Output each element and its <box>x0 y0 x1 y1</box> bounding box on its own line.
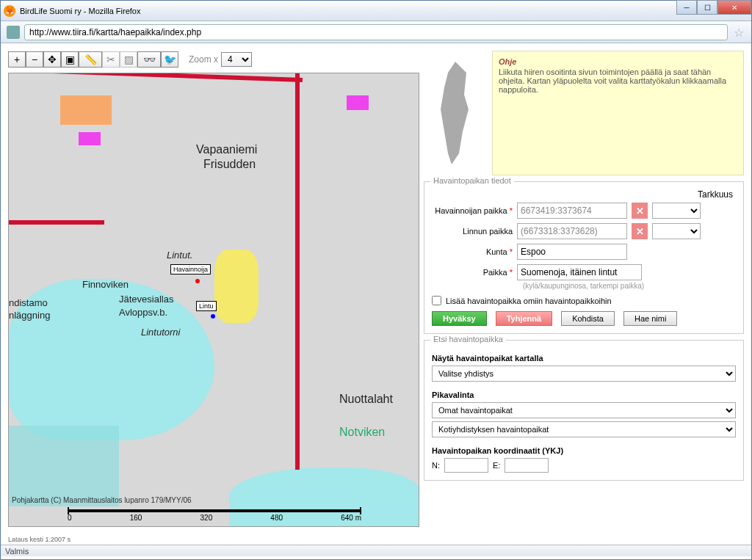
tool-a-button[interactable]: ✂ <box>102 51 120 68</box>
help-title: Ohje <box>499 57 737 66</box>
site-icon <box>7 26 20 39</box>
paikka-hint: (kylä/kaupunginosa, tarkempi paikka) <box>523 282 736 290</box>
home-places-select[interactable]: Kotiyhdistyksen havaintopaikat <box>432 421 736 437</box>
map-label: ndistamo <box>9 297 48 308</box>
map[interactable]: Vapaaniemi Frisudden Lintut. Finnoviken … <box>8 73 419 527</box>
observer-coord-input[interactable] <box>517 203 627 219</box>
bird-label: Linnun paikka <box>432 227 513 236</box>
own-places-select[interactable]: Omat havaintopaikat <box>432 402 736 418</box>
quick-label: Pikavalinta <box>432 390 736 399</box>
map-label: Vapaaniemi <box>196 143 257 156</box>
statusbar: Valmis <box>1 545 751 556</box>
window-title: BirdLife Suomi ry - Mozilla Firefox <box>20 7 140 15</box>
app-window: 🦊 BirdLife Suomi ry - Mozilla Firefox ─ … <box>0 0 752 560</box>
clear-bird-button[interactable]: ✕ <box>632 223 648 239</box>
bird-button[interactable]: 🐦 <box>161 51 178 68</box>
overview-map[interactable] <box>424 51 486 175</box>
e-input[interactable] <box>505 458 549 473</box>
zoom-select[interactable]: 4 <box>221 52 252 67</box>
precision-header: Tarkkuus <box>432 189 736 200</box>
e-label: E: <box>493 461 500 470</box>
map-label: Avloppsv.b. <box>119 307 167 318</box>
map-label: nläggning <box>9 310 50 321</box>
bookmark-icon[interactable]: ☆ <box>732 26 745 39</box>
paikka-label: Paikka * <box>432 268 513 277</box>
measure-button[interactable]: 📏 <box>79 51 102 68</box>
legend: Havaintopaikan tiedot <box>430 176 514 185</box>
map-label: Nuottalaht <box>339 393 393 406</box>
select-button[interactable]: ▣ <box>61 51 79 68</box>
right-column: Ohje Liikuta hiiren osoitinta sivun toim… <box>424 51 744 527</box>
legend: Etsi havaintopaikka <box>430 335 506 343</box>
zoom-out-button[interactable]: − <box>26 51 43 68</box>
zoom-label: Zoom x <box>189 54 218 65</box>
binoculars-button[interactable]: 👓 <box>137 51 161 68</box>
map-label: Notviken <box>339 426 385 439</box>
zoom-in-button[interactable]: + <box>8 51 26 68</box>
firefox-icon: 🦊 <box>4 5 15 17</box>
help-box: Ohje Liikuta hiiren osoitinta sivun toim… <box>492 51 744 175</box>
paikka-input[interactable] <box>517 264 642 280</box>
kunta-label: Kunta * <box>432 247 513 256</box>
observer-dot <box>195 279 200 283</box>
fetchname-button[interactable]: Hae nimi <box>623 311 677 326</box>
map-toolbar: + − ✥ ▣ 📏 ✂ ▨ 👓 🐦 Zoom x 4 <box>8 51 419 68</box>
n-label: N: <box>432 461 440 470</box>
addressbar: ☆ <box>1 21 751 43</box>
search-fieldset: Etsi havaintopaikka Näytä havaintopaikat… <box>424 340 744 481</box>
load-time: Lataus kesti 1.2007 s <box>1 534 751 545</box>
map-label: Lintutorni <box>141 327 180 338</box>
kunta-input[interactable] <box>517 244 627 260</box>
content: + − ✥ ▣ 📏 ✂ ▨ 👓 🐦 Zoom x 4 <box>1 43 751 534</box>
clear-observer-button[interactable]: ✕ <box>632 203 648 219</box>
titlebar: 🦊 BirdLife Suomi ry - Mozilla Firefox ─ … <box>1 1 751 21</box>
status-text: Valmis <box>5 547 29 556</box>
coord-label: Havaintopaikan koordinaatit (YKJ) <box>432 446 736 455</box>
bird-coord-input[interactable] <box>517 223 627 239</box>
close-button[interactable]: ✕ <box>717 0 751 15</box>
map-label: Jätevesiallas <box>119 294 173 305</box>
accept-button[interactable]: Hyväksy <box>432 311 487 326</box>
observer-marker[interactable]: Havainnoija <box>170 264 211 274</box>
window-controls: ─ ☐ ✕ <box>676 1 751 15</box>
minimize-button[interactable]: ─ <box>676 0 697 15</box>
scale-bar: 0 160 320 480 640 m <box>68 509 361 522</box>
checkbox-label: Lisää havaintopaikka omiin havaintopaikk… <box>446 297 612 305</box>
focus-button[interactable]: Kohdista <box>561 311 615 326</box>
left-column: + − ✥ ▣ 📏 ✂ ▨ 👓 🐦 Zoom x 4 <box>8 51 419 527</box>
tool-b-button[interactable]: ▨ <box>120 51 137 68</box>
association-select[interactable]: Valitse yhdistys <box>432 366 736 382</box>
maximize-button[interactable]: ☐ <box>697 0 717 15</box>
observer-label: Havainnoijan paikka * <box>432 206 513 215</box>
location-fieldset: Havaintopaikan tiedot Tarkkuus Havainnoi… <box>424 181 744 334</box>
clear-button[interactable]: Tyhjennä <box>496 311 552 326</box>
map-label: Frisudden <box>203 158 256 171</box>
pan-button[interactable]: ✥ <box>43 51 61 68</box>
map-label: Finnoviken <box>82 279 129 290</box>
show-on-map-label: Näytä havaintopaikat kartalla <box>432 354 736 363</box>
help-body: Liikuta hiiren osoitinta sivun toimintoj… <box>499 68 726 94</box>
map-label: Lintut. <box>167 250 192 261</box>
observer-precision-select[interactable] <box>652 203 701 219</box>
bird-precision-select[interactable] <box>652 223 701 239</box>
bird-marker[interactable]: Lintu <box>196 301 217 311</box>
map-copyright: Pohjakartta (C) Maanmittauslaitos lupanr… <box>12 496 192 504</box>
add-own-checkbox[interactable] <box>432 296 441 305</box>
bird-dot <box>211 314 215 319</box>
n-input[interactable] <box>444 458 488 473</box>
url-input[interactable] <box>24 24 728 40</box>
